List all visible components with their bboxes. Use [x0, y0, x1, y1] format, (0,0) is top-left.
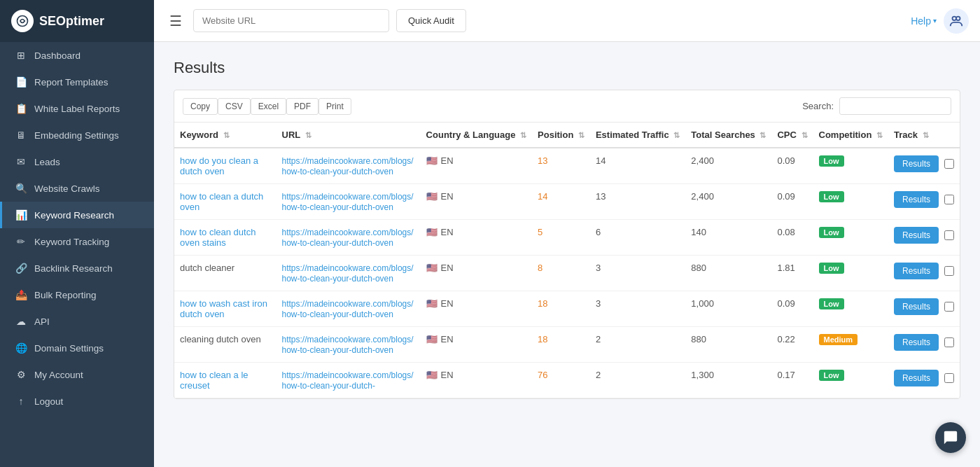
traffic-val: 13: [590, 184, 685, 220]
sidebar-item-api[interactable]: ☁ API: [0, 308, 154, 335]
sort-icon[interactable]: ⇅: [760, 131, 766, 139]
position-val: 18: [538, 298, 547, 309]
table-body: how do you clean a dutch ovenhttps://mad…: [174, 148, 960, 398]
track-checkbox[interactable]: [944, 230, 954, 240]
sidebar-label-domain-settings: Domain Settings: [34, 343, 104, 354]
sidebar-label-website-crawls: Website Crawls: [34, 183, 100, 194]
results-button[interactable]: Results: [894, 227, 939, 244]
results-button[interactable]: Results: [894, 191, 939, 208]
sort-icon[interactable]: ⇅: [223, 131, 230, 139]
sidebar-item-report-templates[interactable]: 📄 Report Templates: [0, 69, 154, 95]
search-label: Search:: [802, 101, 834, 111]
search-input[interactable]: [839, 97, 951, 115]
sort-icon[interactable]: ⇅: [305, 131, 312, 139]
user-avatar[interactable]: [944, 8, 969, 34]
sidebar-label-my-account: My Account: [34, 370, 83, 380]
export-copy-button[interactable]: Copy: [183, 98, 218, 115]
chat-bubble[interactable]: [935, 422, 966, 453]
flag-icon: 🇺🇸: [426, 155, 438, 166]
keyword-link[interactable]: how to clean dutch oven stains: [180, 227, 255, 248]
sort-icon[interactable]: ⇅: [802, 131, 808, 139]
results-button[interactable]: Results: [894, 334, 939, 351]
col-header-track: Track ⇅: [888, 123, 960, 148]
sidebar-item-keyword-tracking[interactable]: ✏ Keyword Tracking: [0, 228, 154, 255]
sidebar-item-leads[interactable]: ✉ Leads: [0, 148, 154, 175]
traffic-val: 6: [590, 220, 685, 256]
url-text: https://madeincookware.com/blogs/how-to-…: [282, 228, 414, 248]
total-searches-val: 2,400: [685, 148, 771, 184]
sidebar-item-domain-settings[interactable]: 🌐 Domain Settings: [0, 335, 154, 361]
table-row: how to clean a le creusethttps://madeinc…: [174, 363, 960, 398]
sidebar-item-my-account[interactable]: ⚙ My Account: [0, 361, 154, 388]
export-print-button[interactable]: Print: [318, 98, 351, 115]
keyword-link[interactable]: how to clean a le creuset: [180, 370, 248, 391]
sort-icon[interactable]: ⇅: [876, 131, 883, 139]
leads-icon: ✉: [15, 156, 27, 167]
logo-text: SEOptimer: [39, 14, 104, 29]
url-input[interactable]: [193, 9, 389, 32]
country-cell: 🇺🇸EN: [426, 155, 526, 166]
total-searches-val: 1,300: [685, 363, 771, 398]
sidebar-label-backlink-research: Backlink Research: [34, 263, 113, 274]
sidebar-label-report-templates: Report Templates: [34, 77, 108, 88]
url-text: https://madeincookware.com/blogs/how-to-…: [282, 192, 414, 212]
results-button[interactable]: Results: [894, 263, 939, 279]
traffic-val: 2: [590, 363, 685, 398]
sidebar-item-white-label-reports[interactable]: 📋 White Label Reports: [0, 95, 154, 122]
backlink-research-icon: 🔗: [15, 263, 27, 274]
sort-icon[interactable]: ⇅: [578, 131, 584, 139]
sidebar-item-embedding-settings[interactable]: 🖥 Embedding Settings: [0, 122, 154, 148]
col-header-country-&-language: Country & Language ⇅: [421, 123, 532, 148]
table-row: how to clean a dutch ovenhttps://madeinc…: [174, 184, 960, 220]
keyword-link[interactable]: how to wash cast iron dutch oven: [180, 298, 267, 319]
sort-icon[interactable]: ⇅: [923, 131, 929, 139]
results-button[interactable]: Results: [894, 370, 939, 386]
results-button[interactable]: Results: [894, 155, 939, 172]
sidebar-label-keyword-research: Keyword Research: [34, 210, 114, 221]
track-checkbox[interactable]: [944, 195, 954, 204]
sidebar-item-backlink-research[interactable]: 🔗 Backlink Research: [0, 255, 154, 281]
hamburger-menu[interactable]: ☰: [165, 8, 186, 34]
track-checkbox[interactable]: [944, 159, 954, 169]
keyword-link[interactable]: how to clean a dutch oven: [180, 191, 263, 212]
export-excel-button[interactable]: Excel: [251, 98, 286, 115]
white-label-reports-icon: 📋: [15, 103, 27, 114]
export-csv-button[interactable]: CSV: [218, 98, 251, 115]
track-checkbox[interactable]: [944, 302, 954, 312]
sidebar-item-logout[interactable]: ↑ Logout: [0, 388, 154, 414]
sidebar: SEOptimer ⊞ Dashboard📄 Report Templates📋…: [0, 0, 154, 467]
country-code: EN: [441, 334, 454, 344]
cpc-val: 1.81: [771, 256, 813, 291]
sidebar-label-logout: Logout: [34, 396, 63, 407]
track-checkbox[interactable]: [944, 266, 954, 276]
country-code: EN: [441, 263, 454, 273]
position-val: 14: [538, 191, 547, 202]
sort-icon[interactable]: ⇅: [673, 131, 680, 139]
traffic-val: 3: [590, 291, 685, 327]
col-header-position: Position ⇅: [532, 123, 590, 148]
col-header-cpc: CPC ⇅: [771, 123, 813, 148]
table-row: cleaning dutch ovenhttps://madeincookwar…: [174, 327, 960, 363]
sort-icon[interactable]: ⇅: [520, 131, 526, 139]
total-searches-val: 2,400: [685, 184, 771, 220]
results-button[interactable]: Results: [894, 298, 939, 315]
sidebar-label-api: API: [34, 316, 50, 327]
quick-audit-button[interactable]: Quick Audit: [396, 9, 466, 32]
topbar-right: Help ▾: [911, 8, 969, 34]
track-checkbox[interactable]: [944, 373, 954, 383]
export-buttons: CopyCSVExcelPDFPrint: [183, 98, 351, 115]
my-account-icon: ⚙: [15, 369, 27, 380]
report-templates-icon: 📄: [15, 76, 27, 88]
keyword-link[interactable]: how do you clean a dutch oven: [180, 155, 258, 176]
sidebar-item-bulk-reporting[interactable]: 📤 Bulk Reporting: [0, 281, 154, 308]
country-cell: 🇺🇸EN: [426, 370, 526, 380]
track-checkbox[interactable]: [944, 337, 954, 347]
competition-badge: Low: [819, 227, 844, 238]
export-pdf-button[interactable]: PDF: [286, 98, 318, 115]
sidebar-item-keyword-research[interactable]: 📊 Keyword Research: [0, 202, 154, 228]
sidebar-item-website-crawls[interactable]: 🔍 Website Crawls: [0, 175, 154, 202]
url-text: https://madeincookware.com/blogs/how-to-…: [282, 335, 414, 355]
help-button[interactable]: Help ▾: [911, 15, 937, 27]
sidebar-item-dashboard[interactable]: ⊞ Dashboard: [0, 42, 154, 69]
embedding-settings-icon: 🖥: [15, 130, 27, 141]
